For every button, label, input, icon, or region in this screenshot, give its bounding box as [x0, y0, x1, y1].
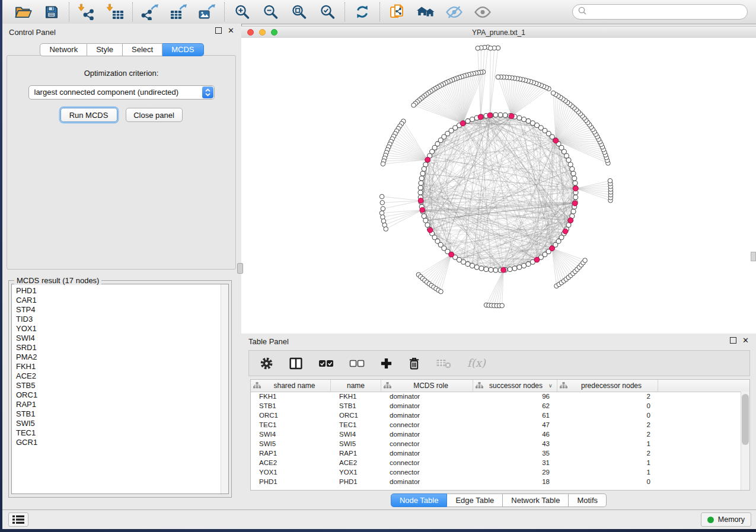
table-scrollbar-track[interactable]	[741, 392, 749, 490]
export-network-icon[interactable]	[141, 2, 160, 21]
hide-selected-icon[interactable]	[445, 2, 464, 21]
open-icon[interactable]	[14, 2, 33, 21]
task-history-button[interactable]	[8, 512, 28, 527]
table-row[interactable]: FKH1FKH1dominator962	[251, 392, 741, 401]
table-cell: 0	[557, 401, 658, 411]
tab-network-table[interactable]: Network Table	[503, 493, 569, 507]
save-icon[interactable]	[42, 2, 61, 21]
result-node-item[interactable]: RAP1	[16, 400, 228, 409]
zoom-out-icon[interactable]	[261, 2, 280, 21]
result-node-item[interactable]: STB1	[16, 409, 228, 419]
table-scrollbar-thumb[interactable]	[742, 394, 749, 445]
table-cell: ACE2	[251, 458, 331, 467]
right-splitter-handle[interactable]	[751, 252, 756, 261]
table-tabs: Node TableEdge TableNetwork TableMotifs	[241, 493, 756, 507]
table-cell: 43	[473, 439, 557, 448]
table-row[interactable]: STB1STB1dominator620	[251, 401, 741, 411]
export-image-icon[interactable]	[197, 2, 216, 21]
float-panel-icon[interactable]	[215, 27, 222, 34]
tab-select[interactable]: Select	[123, 43, 162, 56]
mcds-result-list[interactable]: PHD1CAR1STP4TID3YOX1SWI4SRD1PMA2FKH1ACE2…	[11, 284, 229, 494]
result-node-item[interactable]: SWI4	[16, 334, 228, 343]
show-all-icon[interactable]	[473, 2, 492, 21]
tab-node-table[interactable]: Node Table	[391, 493, 448, 507]
zoom-in-icon[interactable]	[232, 2, 251, 21]
column-header-mcds-role[interactable]: MCDS role	[381, 380, 473, 392]
result-node-item[interactable]: TID3	[16, 315, 228, 324]
mcds-result-title: MCDS result (17 nodes)	[14, 276, 101, 285]
result-node-item[interactable]: FKH1	[16, 362, 228, 371]
zoom-selected-icon[interactable]	[318, 2, 337, 21]
table-row[interactable]: PHD1PHD1dominator180	[251, 477, 741, 486]
table-cell: 1	[557, 467, 658, 477]
result-node-item[interactable]: ORC1	[16, 390, 228, 400]
table-cell: 31	[473, 458, 557, 467]
table-row[interactable]: RAP1RAP1dominator352	[251, 448, 741, 458]
table-row[interactable]: SWI5SWI5connector431	[251, 439, 741, 448]
hierarchy-icon	[253, 380, 261, 391]
run-mcds-button[interactable]: Run MCDS	[60, 108, 117, 122]
close-table-panel-icon[interactable]: ✕	[742, 337, 749, 344]
result-node-item[interactable]: STB5	[16, 381, 228, 390]
column-label: successor nodes	[483, 382, 548, 390]
tab-style[interactable]: Style	[87, 43, 123, 56]
tab-network[interactable]: Network	[40, 43, 87, 56]
column-header-successor-nodes[interactable]: successor nodes∨	[473, 380, 557, 392]
duplicate-network-icon[interactable]	[388, 2, 407, 21]
splitter-handle[interactable]	[237, 263, 243, 274]
table-cell: dominator	[381, 430, 473, 439]
refresh-icon[interactable]	[353, 2, 372, 21]
table-row[interactable]: TEC1TEC1connector472	[251, 420, 741, 430]
import-table-icon[interactable]	[106, 2, 125, 21]
result-node-item[interactable]: CAR1	[16, 296, 228, 305]
mcds-tab-panel: Optimization criterion: largest connecte…	[7, 55, 236, 270]
import-network-icon[interactable]	[77, 2, 96, 21]
zoom-fit-icon[interactable]	[289, 2, 308, 21]
tab-edge-table[interactable]: Edge Table	[447, 493, 503, 507]
table-cell: 2	[557, 392, 658, 401]
select-all-icon[interactable]	[318, 358, 334, 368]
result-list-scrollbar[interactable]	[221, 284, 228, 493]
add-column-icon[interactable]	[380, 357, 393, 370]
tab-mcds[interactable]: MCDS	[162, 43, 203, 56]
float-table-panel-icon[interactable]	[730, 337, 736, 344]
delete-column-icon[interactable]	[408, 357, 420, 370]
function-icon[interactable]: f(x)	[467, 356, 487, 370]
result-node-item[interactable]: STP4	[16, 305, 228, 315]
export-table-icon[interactable]	[169, 2, 188, 21]
table-row[interactable]: YOX1YOX1connector291	[251, 467, 741, 477]
result-node-item[interactable]: YOX1	[16, 324, 228, 334]
result-node-item[interactable]: SWI5	[16, 419, 228, 428]
table-cell: FKH1	[251, 392, 331, 401]
delete-table-icon[interactable]	[436, 357, 451, 369]
table-row[interactable]: SWI4SWI4dominator462	[251, 430, 741, 439]
result-node-item[interactable]: SRD1	[16, 343, 228, 352]
search-input[interactable]	[590, 7, 742, 17]
close-panel-icon[interactable]: ✕	[228, 27, 234, 34]
gear-icon[interactable]	[260, 357, 273, 370]
result-node-item[interactable]: GCR1	[16, 438, 228, 447]
result-node-item[interactable]: PMA2	[16, 352, 228, 362]
result-node-item[interactable]: TEC1	[16, 428, 228, 438]
go-home-icon[interactable]	[416, 2, 435, 21]
main-toolbar	[2, 0, 756, 24]
table-cell: 18	[473, 477, 557, 486]
split-columns-icon[interactable]	[289, 357, 303, 370]
tab-motifs[interactable]: Motifs	[569, 493, 607, 507]
column-header-name[interactable]: name	[331, 380, 381, 392]
hierarchy-icon	[384, 380, 391, 391]
result-node-item[interactable]: PHD1	[16, 286, 228, 296]
table-cell: YOX1	[331, 467, 381, 477]
criterion-select[interactable]: largest connected component (undirected)	[28, 85, 215, 100]
deselect-all-icon[interactable]	[349, 358, 365, 368]
network-canvas[interactable]	[241, 38, 756, 334]
table-row[interactable]: ACE2ACE2connector311	[251, 458, 741, 467]
column-header-predecessor-nodes[interactable]: predecessor nodes	[557, 380, 658, 392]
column-header-shared-name[interactable]: shared name	[251, 380, 331, 392]
table-body: FKH1FKH1dominator962STB1STB1dominator620…	[251, 392, 741, 490]
memory-button[interactable]: Memory	[701, 512, 751, 527]
table-row[interactable]: ORC1ORC1dominator610	[251, 411, 741, 420]
hierarchy-icon	[476, 380, 483, 391]
close-panel-button[interactable]: Close panel	[126, 108, 183, 122]
result-node-item[interactable]: ACE2	[16, 371, 228, 381]
